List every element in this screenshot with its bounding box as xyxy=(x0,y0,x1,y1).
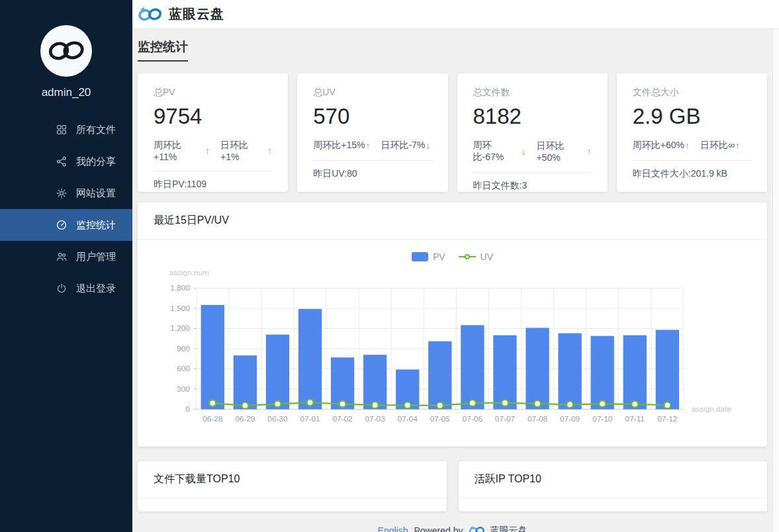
trend-arrow-icon: ↑ xyxy=(685,140,690,151)
svg-text:1,200: 1,200 xyxy=(170,324,190,333)
trend-arrow-icon: ↑ xyxy=(205,146,210,156)
legend-item-pv[interactable]: PV xyxy=(412,251,445,262)
stat-trends: 周环比+11%↑ 日环比+1%↑ xyxy=(154,140,272,162)
trend-arrow-icon: ↓ xyxy=(521,146,526,157)
users-icon xyxy=(56,251,68,263)
trend-arrow-icon: ↓ xyxy=(426,140,430,151)
top10-active-ip-panel: 活跃IP TOP10 xyxy=(459,461,768,511)
dashboard-icon xyxy=(56,219,68,231)
svg-text:07-05: 07-05 xyxy=(430,414,451,423)
sidebar-item-logout[interactable]: 退出登录 xyxy=(0,273,132,304)
sidebar-item-all-files[interactable]: 所有文件 xyxy=(0,114,132,146)
language-link[interactable]: English xyxy=(378,525,408,532)
svg-text:07-01: 07-01 xyxy=(300,414,320,423)
svg-text:900: 900 xyxy=(177,344,190,353)
svg-text:06-28: 06-28 xyxy=(203,414,223,423)
sidebar-item-site-settings[interactable]: 网站设置 xyxy=(0,177,132,209)
pv-uv-chart-canvas[interactable]: 03006009001,2001,5001,800assign.numassig… xyxy=(151,266,754,433)
footer-brand-link[interactable]: 蓝眼云盘 xyxy=(469,525,527,532)
svg-text:1,500: 1,500 xyxy=(170,304,190,313)
svg-text:07-11: 07-11 xyxy=(625,414,645,423)
pv-legend-swatch xyxy=(412,252,428,261)
stat-footer: 昨日文件数:3 xyxy=(473,180,592,192)
page-content: 监控统计 总PV 9754 周环比+11%↑ 日环比+1%↑ 昨日PV:1109… xyxy=(132,29,779,532)
app-logo-icon xyxy=(138,5,163,23)
divider xyxy=(473,172,592,173)
stat-footer: 昨日UV:80 xyxy=(313,168,432,180)
sidebar-item-monitor-stats[interactable]: 监控统计 xyxy=(0,209,132,241)
pv-uv-panel: 最近15日PV/UV PV UV 03006009001,2001,5001,8… xyxy=(138,202,767,447)
username: admin_20 xyxy=(0,86,132,99)
power-icon xyxy=(56,283,68,294)
trend-arrow-icon: ↑ xyxy=(587,146,592,157)
svg-text:07-08: 07-08 xyxy=(527,414,548,423)
stat-card-total-uv: 总UV 570 周环比+15%↑ 日环比-7%↓ 昨日UV:80 xyxy=(297,73,447,192)
svg-text:1,800: 1,800 xyxy=(170,283,190,292)
app-brand[interactable]: 蓝眼云盘 xyxy=(138,5,224,23)
sidebar-item-my-shares[interactable]: 我的分享 xyxy=(0,146,132,177)
svg-text:assign.num: assign.num xyxy=(169,268,208,277)
divider xyxy=(154,171,272,171)
svg-text:07-03: 07-03 xyxy=(365,414,386,423)
svg-text:07-10: 07-10 xyxy=(592,414,613,423)
page-title: 监控统计 xyxy=(138,38,188,62)
stat-label: 总文件数 xyxy=(473,87,592,99)
svg-text:assign.date: assign.date xyxy=(692,404,732,414)
page-footer: English Powered by 蓝眼云盘 xyxy=(138,519,767,532)
top-header: 蓝眼云盘 xyxy=(132,0,779,29)
svg-text:300: 300 xyxy=(177,384,190,394)
svg-text:600: 600 xyxy=(177,364,190,373)
stat-label: 文件总大小 xyxy=(633,87,751,99)
footer-logo-icon xyxy=(469,525,485,532)
svg-text:07-06: 07-06 xyxy=(463,414,483,423)
sidebar-item-user-management[interactable]: 用户管理 xyxy=(0,241,132,273)
svg-text:06-29: 06-29 xyxy=(235,414,255,423)
powered-by-text: Powered by xyxy=(414,525,463,532)
svg-text:07-09: 07-09 xyxy=(560,414,580,423)
app-window: admin_20 所有文件 我的分享 网站设置 xyxy=(0,0,779,532)
uv-legend-swatch xyxy=(459,256,476,257)
divider xyxy=(313,160,432,161)
stat-label: 总UV xyxy=(313,87,432,99)
svg-text:07-12: 07-12 xyxy=(657,414,677,423)
legend-item-uv[interactable]: UV xyxy=(459,251,493,262)
scrollbar-track[interactable] xyxy=(772,29,779,532)
stat-value: 8182 xyxy=(473,104,592,129)
bottom-panels-row: 文件下载量TOP10 活跃IP TOP10 xyxy=(138,461,767,511)
svg-text:07-04: 07-04 xyxy=(398,414,418,423)
stat-trends: 周环比+60%↑ 日环比∞↑ xyxy=(633,140,751,152)
stat-value: 9754 xyxy=(154,104,272,129)
share-icon xyxy=(56,155,68,167)
stat-trends: 周环比+15%↑ 日环比-7%↓ xyxy=(313,140,432,152)
pv-uv-panel-title: 最近15日PV/UV xyxy=(138,202,767,240)
stat-cards-row: 总PV 9754 周环比+11%↑ 日环比+1%↑ 昨日PV:1109 总UV … xyxy=(138,73,767,192)
trend-arrow-icon: ↑ xyxy=(735,140,740,151)
chart-legend: PV UV xyxy=(151,249,754,265)
main-area: 蓝眼云盘 监控统计 总PV 9754 周环比+11%↑ 日环比+1%↑ 昨日PV… xyxy=(132,0,779,532)
stat-card-total-pv: 总PV 9754 周环比+11%↑ 日环比+1%↑ 昨日PV:1109 xyxy=(138,73,288,192)
divider xyxy=(633,160,751,161)
stat-footer: 昨日文件大小:201.9 kB xyxy=(633,168,751,180)
avatar-infinity-logo xyxy=(47,38,85,64)
stat-footer: 昨日PV:1109 xyxy=(154,179,272,191)
gear-icon xyxy=(56,187,68,199)
app-title: 蓝眼云盘 xyxy=(169,5,224,23)
top10-active-ip-title: 活跃IP TOP10 xyxy=(459,461,768,498)
stat-card-total-files: 总文件数 8182 周环比-67%↓ 日环比+50%↑ 昨日文件数:3 xyxy=(457,73,608,192)
sidebar: admin_20 所有文件 我的分享 网站设置 xyxy=(0,0,132,532)
stat-trends: 周环比-67%↓ 日环比+50%↑ xyxy=(473,140,592,163)
chart-body: PV UV 03006009001,2001,5001,800assign.nu… xyxy=(138,240,767,433)
top10-downloads-panel: 文件下载量TOP10 xyxy=(138,461,447,511)
avatar[interactable] xyxy=(40,25,92,77)
stat-label: 总PV xyxy=(154,87,272,99)
stat-value: 2.9 GB xyxy=(633,104,751,129)
trend-arrow-icon: ↑ xyxy=(365,140,370,151)
svg-text:0: 0 xyxy=(185,404,190,414)
trend-arrow-icon: ↑ xyxy=(267,146,272,156)
top10-downloads-title: 文件下载量TOP10 xyxy=(138,461,447,498)
svg-text:06-30: 06-30 xyxy=(267,414,288,423)
stat-value: 570 xyxy=(313,104,432,129)
svg-text:07-02: 07-02 xyxy=(332,414,352,423)
grid-icon xyxy=(56,124,68,136)
sidebar-nav: 所有文件 我的分享 网站设置 监控统计 xyxy=(0,114,132,304)
